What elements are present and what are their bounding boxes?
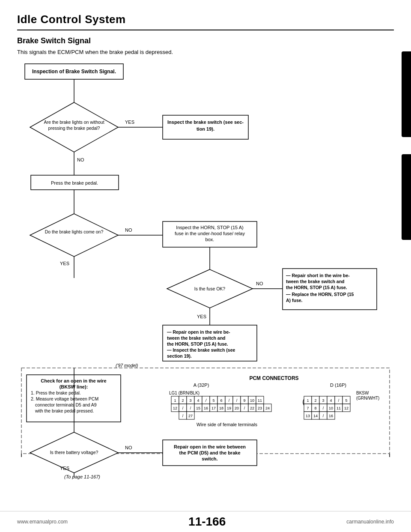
repair-short-line1: — Repair short in the wire be- [286,273,350,278]
svg-text:1: 1 [174,398,176,403]
svg-text:17: 17 [211,406,216,410]
footer-right: carmanualonline.info [346,519,394,525]
repair-short-line4: — Replace the HORN, STOP (15 [286,292,354,297]
svg-text:8: 8 [314,406,316,410]
diamond2-yes-label: YES [60,261,69,266]
svg-text:5: 5 [212,398,214,403]
svg-text:13: 13 [306,414,310,418]
svg-text:22: 22 [250,406,254,410]
svg-text:14: 14 [313,414,318,418]
svg-text:16: 16 [329,414,333,418]
repair-open-line2: tween the brake switch and [167,335,226,341]
svg-text:11: 11 [258,398,262,403]
diamond1-line1: Are the brake lights on without [44,120,104,125]
svg-text:10: 10 [250,398,254,403]
repair-short-line3: the HORN, STOP (15 A) fuse. [286,285,347,290]
check-open-line3: 1. Press the brake pedal. [31,390,81,395]
footer: www.emanualpro.com 11-166 carmanualonlin… [0,511,411,532]
svg-text:19: 19 [227,406,231,410]
svg-text:18: 18 [219,406,223,410]
svg-text:3: 3 [189,398,191,403]
svg-text:6: 6 [220,398,222,403]
svg-text:2: 2 [182,398,184,403]
footer-page: 11-166 [188,515,226,529]
pcm-bksw-line2: (GRN/WHT) [356,396,379,400]
repair-d5-line3: switch. [202,456,217,461]
footer-left: www.emanualpro.com [17,519,68,525]
svg-text:1: 1 [307,398,309,403]
repair-short-line5: A) fuse. [286,298,303,303]
pcm-d16p-label: D (16P) [330,383,346,388]
svg-text:4: 4 [330,398,332,403]
repair-open-line4: — Inspect the brake switch (see [167,347,235,353]
diamond4-no-label: NO [125,445,132,450]
svg-text:27: 27 [188,414,193,418]
diamond3-no-label: NO [256,281,263,286]
to-page-text: (To page 11-167) [64,474,100,479]
inspect-horn-line3: box. [206,237,214,242]
svg-text:15: 15 [196,406,200,410]
repair-d5-line2: the PCM (D5) and the brake [179,450,240,455]
model-label: ('97 model) [116,363,138,368]
svg-text:10: 10 [329,406,333,410]
inspect-horn-line1: Inspect the HORN, STOP (15 A) [176,225,243,230]
diamond4-yes-label: YES [60,466,69,471]
tab-right-1 [402,51,411,137]
inspect-brake-line2: tion 19). [197,126,214,132]
press-brake-text: Press the brake pedal. [51,180,98,185]
diamond1-yes-label: YES [125,120,134,125]
pcm-bksw-line1: BKSW [356,391,369,395]
intro-text: This signals the ECM/PCM when the brake … [17,49,394,55]
pcm-a32p-label: A (32P) [194,383,209,388]
svg-text:23: 23 [258,406,262,410]
repair-open-line1: — Repair open in the wire be- [167,329,230,335]
diamond1-no-label: NO [77,157,84,162]
diamond3-text: Is the fuse OK? [194,286,226,291]
inspect-brake-line1: Inspect the brake switch (see sec- [167,120,244,125]
check-open-line1: Check for an open in the wire [41,378,106,383]
repair-open-line5: section 19). [167,353,192,359]
diamond4-text: Is there battery voltage? [50,450,98,455]
diamond1-line2: pressing the brake pedal? [48,126,100,131]
pcm-lg1-label: LG1 (BRN/BLK) [169,391,200,395]
repair-d5-line1: Repair open in the wire between [174,444,246,449]
svg-text:7: 7 [307,406,309,410]
title-divider [17,30,394,30]
pcm-connectors-title: PCM CONNECTORS [249,375,298,381]
check-open-line5: connector terminals D5 and A9 [35,402,97,407]
svg-text:12: 12 [173,406,177,410]
svg-text:4: 4 [197,398,199,403]
check-open-line2: (BKSW line): [60,384,88,389]
section-title: Brake Switch Signal [17,36,394,45]
flowchart-svg: Inspection of Brake Switch Signal. Are t… [17,60,394,479]
inspect-horn-line2: fuse in the under-hood fuse/ relay [175,231,245,236]
start-box-text: Inspection of Brake Switch Signal. [32,69,116,75]
tab-right-2 [402,154,411,240]
diamond2-no-label: NO [125,227,132,233]
diamond2-line1: Do the brake lights come on? [45,229,104,234]
diamond3-yes-label: YES [197,314,206,319]
svg-text:20: 20 [235,406,239,410]
page-title: Idle Control System [17,13,394,26]
repair-open-line3: the HORN, STOP (15 A) fuse. [167,341,228,347]
page: Idle Control System Brake Switch Signal … [0,0,411,532]
svg-text:3: 3 [322,398,324,403]
svg-text:16: 16 [204,406,208,410]
repair-short-line2: tween the brake switch and [286,279,345,284]
svg-text:12: 12 [344,406,348,410]
wire-side-label: Wire side of female terminals [197,422,257,427]
svg-marker-8 [30,214,118,257]
check-open-line4: 2. Measure voltage between PCM [31,396,98,401]
svg-text:24: 24 [265,406,270,410]
svg-text:2: 2 [314,398,316,403]
svg-text:11: 11 [337,406,341,410]
check-open-line6: with the brake pedal pressed. [35,408,94,413]
svg-text:5: 5 [345,398,347,403]
svg-text:9: 9 [243,398,245,403]
